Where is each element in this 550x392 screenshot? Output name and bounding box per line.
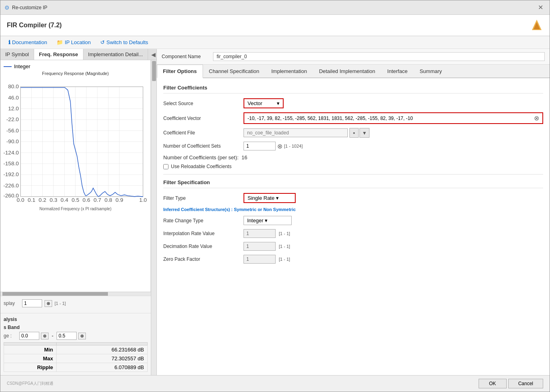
window-icon: ⚙	[4, 4, 10, 11]
select-source-dropdown[interactable]: Vector ▾	[244, 98, 284, 108]
num-coeff-sets-input[interactable]	[244, 142, 276, 150]
svg-text:-192.0: -192.0	[4, 171, 19, 177]
filter-spec-header: Filter Specification	[163, 179, 543, 188]
num-coeffs-per-set-value: 16	[242, 154, 247, 160]
rate-change-type-label: Rate Change Type	[163, 218, 244, 223]
ripple-value: 6.070889 dB	[57, 363, 148, 372]
table-col-label	[4, 343, 57, 345]
splay-range: [1 - 1]	[55, 301, 66, 306]
zero-pack-input	[244, 255, 276, 264]
section-divider	[163, 174, 543, 175]
right-tabs: Filter Options Channel Specification Imp…	[157, 65, 550, 78]
range-to-clear[interactable]: ⊗	[78, 333, 86, 339]
analysis-table: Min 66.231668 dB Max 72.302557 dB Ripple…	[4, 342, 148, 372]
svg-text:0.6: 0.6	[83, 197, 90, 203]
splay-clear-button[interactable]: ⊗	[45, 300, 52, 307]
left-tabs: IP Symbol Freq. Response Implementation …	[0, 49, 156, 60]
main-content: IP Symbol Freq. Response Implementation …	[0, 49, 550, 375]
select-source-label: Select Source	[163, 101, 244, 106]
coeff-file-browse-button[interactable]: ▪	[349, 128, 359, 138]
documentation-button[interactable]: ℹ Documentation	[7, 39, 49, 46]
coeff-vector-row: Coefficient Vector ⊗	[163, 112, 543, 124]
table-col-value	[57, 343, 148, 345]
analysis-section: alysis s Band ge : ⊗ - ⊗	[0, 313, 151, 375]
tab-detailed-impl[interactable]: Detailed Implementation	[313, 65, 381, 77]
tab-impl-detail[interactable]: Implementation Detail...	[83, 49, 148, 60]
ok-button[interactable]: OK	[479, 379, 507, 388]
ripple-label: Ripple	[4, 363, 57, 372]
table-row: Ripple 6.070889 dB	[4, 363, 148, 372]
switch-defaults-button[interactable]: ↺ Switch to Defaults	[99, 39, 150, 46]
splay-label: splay	[4, 301, 20, 306]
inferred-text: Inferred Coefficient Structure(s) : Symm…	[163, 207, 543, 212]
tab-ip-symbol[interactable]: IP Symbol	[0, 49, 34, 60]
select-source-row: Select Source Vector ▾	[163, 98, 543, 108]
coeff-vector-input[interactable]	[248, 116, 534, 121]
svg-text:0.7: 0.7	[93, 197, 101, 203]
decimation-rate-input	[244, 242, 276, 251]
band-title: s Band	[4, 325, 148, 330]
tab-implementation[interactable]: Implementation	[265, 65, 313, 77]
rate-change-type-dropdown[interactable]: Integer ▾	[244, 216, 292, 225]
svg-text:0.8: 0.8	[105, 197, 112, 203]
close-button[interactable]: ✕	[536, 3, 546, 12]
decimation-rate-range: [1 - 1]	[279, 244, 290, 249]
range-label: ge :	[4, 333, 18, 339]
component-name-input[interactable]	[213, 52, 545, 61]
horizontal-scrollbar[interactable]	[0, 292, 151, 296]
num-coeff-sets-clear-icon[interactable]: ⊗	[277, 142, 282, 150]
svg-text:0.1: 0.1	[28, 197, 35, 203]
rate-change-type-row: Rate Change Type Integer ▾	[163, 216, 543, 225]
app-header: FIR Compiler (7.2)	[0, 15, 550, 36]
range-from-input[interactable]	[19, 332, 39, 340]
location-button[interactable]: 📁 IP Location	[55, 39, 92, 46]
select-source-control: Vector ▾	[244, 98, 284, 108]
documentation-label: Documentation	[12, 39, 47, 45]
svg-text:0.3: 0.3	[50, 197, 57, 203]
svg-text:0.0: 0.0	[17, 197, 24, 203]
coeff-vector-container: ⊗	[244, 112, 543, 124]
range-to-input[interactable]	[57, 332, 77, 340]
tab-filter-options[interactable]: Filter Options	[157, 65, 203, 78]
min-value: 66.231668 dB	[57, 345, 148, 354]
bottom-controls: splay ⊗ [1 - 1]	[0, 296, 151, 313]
filter-type-label: Filter Type	[163, 195, 244, 201]
bottom-bar: CSDN@FPGA人门到精通 OK Cancel	[0, 375, 550, 392]
tab-interface[interactable]: Interface	[381, 65, 414, 77]
coeff-file-input[interactable]	[244, 128, 348, 137]
num-coeffs-per-set-label: Number of Coefficients (per set): 16	[163, 154, 247, 160]
use-reloadable-label[interactable]: Use Reloadable Coefficients	[171, 164, 231, 169]
vertical-scrollbar[interactable]	[151, 60, 156, 375]
tab-freq-response[interactable]: Freq. Response	[34, 49, 83, 60]
display-row: splay ⊗ [1 - 1]	[4, 299, 148, 307]
svg-text:0.2: 0.2	[39, 197, 46, 203]
decimation-rate-row: Decimation Rate Value [1 - 1]	[163, 242, 543, 251]
tab-channel-spec[interactable]: Channel Specification	[203, 65, 266, 77]
use-reloadable-checkbox[interactable]	[163, 164, 168, 169]
coeff-vector-clear-icon[interactable]: ⊗	[534, 114, 539, 122]
x-axis-label: Normalized Frequency (x PI rad/sample)	[4, 207, 147, 213]
splay-input[interactable]	[22, 299, 42, 307]
coeff-file-action-button[interactable]: ▾	[359, 128, 369, 138]
interpolation-rate-range: [1 - 1]	[279, 231, 290, 236]
select-source-value: Vector	[248, 100, 262, 106]
cancel-button[interactable]: Cancel	[508, 379, 543, 388]
tab-summary[interactable]: Summary	[414, 65, 448, 77]
component-name-row: Component Name	[157, 49, 550, 65]
title-bar: ⚙ Re-customize IP ✕	[0, 0, 550, 15]
main-window: ⚙ Re-customize IP ✕ FIR Compiler (7.2) ℹ…	[0, 0, 550, 392]
table-row: Max 72.302557 dB	[4, 354, 148, 363]
tab-nav: ◀ ▶ ≡	[148, 51, 157, 59]
watermark: CSDN@FPGA人门到精通	[7, 381, 53, 386]
zero-pack-range: [1 - 1]	[279, 257, 290, 262]
vscroll-thumb[interactable]	[152, 61, 156, 81]
frequency-chart-svg: 80.0 46.0 12.0 -22.0 -56.0 -90.0 -124.0 …	[4, 77, 147, 206]
svg-text:-158.0: -158.0	[4, 160, 19, 167]
tab-prev-button[interactable]: ◀	[150, 51, 157, 59]
filter-type-dropdown[interactable]: Single Rate ▾	[244, 193, 296, 203]
zero-pack-row: Zero Pack Factor [1 - 1]	[163, 255, 543, 264]
coeff-vector-label: Coefficient Vector	[163, 116, 244, 121]
range-from-clear[interactable]: ⊗	[41, 333, 49, 339]
chevron-down-icon: ▾	[277, 100, 280, 106]
num-coeffs-per-set-row: Number of Coefficients (per set): 16	[163, 154, 543, 160]
